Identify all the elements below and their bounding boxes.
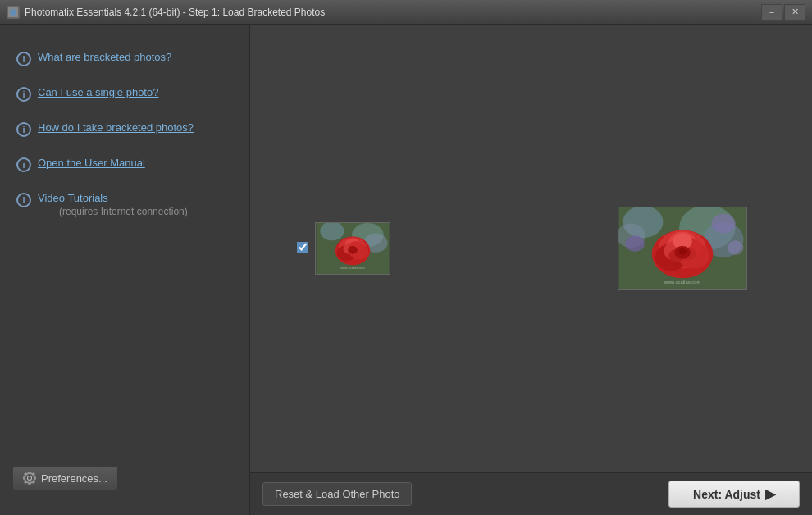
next-arrow-icon: ▶ xyxy=(765,486,775,502)
photo-wrapper-large: www.scalias.com xyxy=(618,207,747,290)
svg-point-13 xyxy=(348,246,358,254)
link-what-bracketed[interactable]: What are bracketed photos? xyxy=(38,51,171,63)
next-adjust-button[interactable]: Next: Adjust ▶ xyxy=(668,481,800,508)
info-icon-2: i xyxy=(16,87,31,102)
title-bar: Photomatix Essentials 4.2.1 (64-bit) - S… xyxy=(0,0,812,25)
window-controls: − ✕ xyxy=(761,4,805,21)
minimize-button[interactable]: − xyxy=(761,4,782,21)
app-icon xyxy=(7,6,20,19)
sidebar-item-video-tutorials[interactable]: i Video Tutorials (requires Internet con… xyxy=(12,182,237,227)
preferences-button[interactable]: Preferences... xyxy=(12,466,118,490)
svg-point-22 xyxy=(728,240,744,255)
photo-thumb-large: www.scalias.com xyxy=(618,207,747,290)
svg-point-20 xyxy=(625,235,645,252)
title-bar-left: Photomatix Essentials 4.2.1 (64-bit) - S… xyxy=(7,6,325,19)
link-single-photo[interactable]: Can I use a single photo? xyxy=(38,86,158,98)
bottom-bar: Reset & Load Other Photo Next: Adjust ▶ xyxy=(250,472,812,515)
sidebar-links: i What are bracketed photos? i Can I use… xyxy=(12,41,237,466)
sidebar: i What are bracketed photos? i Can I use… xyxy=(0,25,250,515)
sidebar-item-single-photo[interactable]: i Can I use a single photo? xyxy=(12,76,237,112)
video-tutorials-subtext: (requires Internet connection) xyxy=(38,206,188,217)
photo-area: www.scalias.com xyxy=(250,25,812,472)
reset-load-button[interactable]: Reset & Load Other Photo xyxy=(262,482,412,506)
photo-item-large: www.scalias.com xyxy=(618,207,747,290)
info-icon-5: i xyxy=(16,193,31,207)
sidebar-item-user-manual[interactable]: i Open the User Manual xyxy=(12,147,237,182)
window-title: Photomatix Essentials 4.2.1 (64-bit) - S… xyxy=(25,7,325,18)
info-icon-4: i xyxy=(16,157,31,172)
close-button[interactable]: ✕ xyxy=(784,4,805,21)
svg-point-21 xyxy=(711,214,735,234)
link-video-tutorials[interactable]: Video Tutorials xyxy=(38,192,108,204)
rose-image-large: www.scalias.com xyxy=(618,207,746,289)
svg-point-34 xyxy=(678,248,687,255)
rose-image-small: www.scalias.com xyxy=(316,223,390,274)
checkbox-area-small[interactable] xyxy=(297,242,308,256)
sidebar-item-how-take[interactable]: i How do I take bracketed photos? xyxy=(12,112,237,147)
preferences-label: Preferences... xyxy=(41,472,107,485)
photo-item-small: www.scalias.com xyxy=(315,222,390,275)
next-label: Next: Adjust xyxy=(693,488,760,501)
sidebar-item-what-bracketed[interactable]: i What are bracketed photos? xyxy=(12,41,237,76)
gear-icon xyxy=(23,472,36,485)
link-user-manual[interactable]: Open the User Manual xyxy=(38,157,145,169)
info-icon-3: i xyxy=(16,122,31,137)
divider xyxy=(504,124,504,373)
svg-point-1 xyxy=(10,9,16,16)
photo-wrapper-small: www.scalias.com xyxy=(315,222,390,275)
photos-container: www.scalias.com xyxy=(267,41,796,456)
link-how-take[interactable]: How do I take bracketed photos? xyxy=(38,121,194,134)
svg-text:www.scalias.com: www.scalias.com xyxy=(340,266,364,270)
info-icon-1: i xyxy=(16,52,31,66)
main-layout: i What are bracketed photos? i Can I use… xyxy=(0,25,812,515)
sidebar-bottom: Preferences... xyxy=(12,466,237,499)
photo-checkbox-small[interactable] xyxy=(297,242,308,253)
svg-text:www.scalias.com: www.scalias.com xyxy=(664,280,701,285)
photo-thumb-small: www.scalias.com xyxy=(315,222,390,275)
content-area: www.scalias.com xyxy=(250,25,812,515)
